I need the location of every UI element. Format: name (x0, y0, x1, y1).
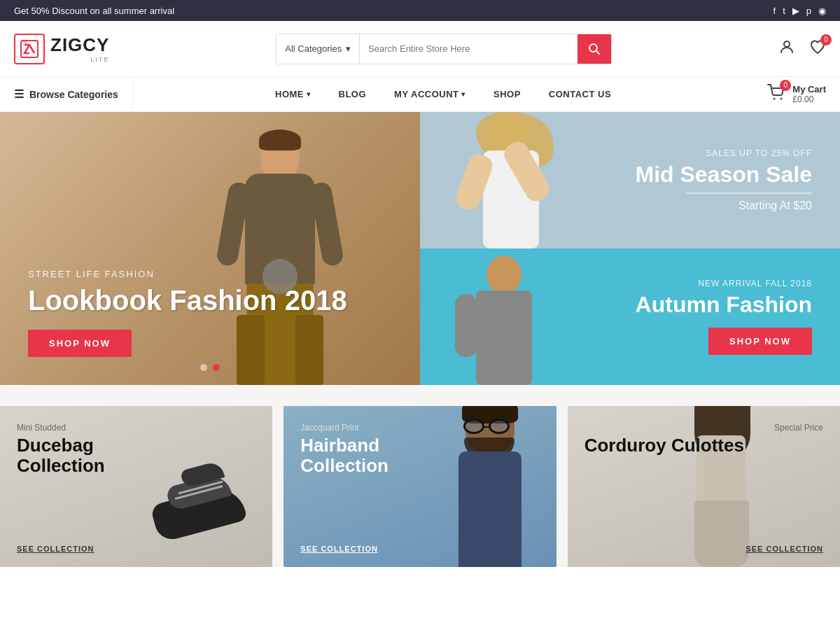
hamburger-icon: ☰ (14, 88, 24, 101)
logo-sub: LITE (50, 56, 109, 63)
pinterest-icon[interactable]: p (806, 6, 811, 16)
announcement-text: Get 50% Discount on all summer arrival (14, 6, 174, 16)
hero-subtitle: STREET LIFE FASHION (28, 269, 347, 279)
svg-point-6 (780, 97, 783, 99)
nav-blog[interactable]: BLOG (325, 77, 381, 111)
card-1-content: Mini Studded DucebagCollection (0, 406, 272, 495)
svg-line-3 (596, 50, 600, 54)
nav-links: HOME ▾ BLOG MY ACCOUNT ▾ SHOP CONTACT US (133, 77, 753, 111)
hero-top-right-content: SALES UP TO 25% OFF Mid Season Sale Star… (635, 148, 812, 212)
svg-point-4 (784, 41, 790, 47)
hero-left: STREET LIFE FASHION Lookbook Fashion 201… (0, 112, 420, 385)
navigation: ☰ Browse Categories HOME ▾ BLOG MY ACCOU… (0, 77, 840, 112)
instagram-icon[interactable]: ◉ (818, 6, 826, 16)
search-bar: All Categories ▾ (276, 34, 612, 64)
nav-my-account[interactable]: MY ACCOUNT ▾ (380, 77, 479, 111)
user-icon[interactable] (778, 38, 795, 59)
card-2-sub: Jaccquard Print (300, 423, 539, 433)
card-2-content: Jaccquard Print HairbandCollection (284, 406, 556, 495)
card-1-sub: Mini Studded (17, 423, 255, 433)
search-button[interactable] (578, 34, 611, 64)
card-1-see-collection[interactable]: SEE COLLECTION (17, 545, 94, 553)
cart-nav[interactable]: 0 My Cart £0.00 (753, 84, 840, 105)
divider (686, 192, 812, 194)
hero-title: Lookbook Fashion 2018 (28, 285, 347, 316)
woman-figure (427, 112, 602, 248)
sale-tag: SALES UP TO 25% OFF (635, 148, 812, 158)
starting-at: Starting At $20 (635, 200, 812, 212)
autumn-person-figure (427, 248, 581, 385)
account-chevron: ▾ (461, 90, 465, 98)
youtube-icon[interactable]: ▶ (792, 6, 799, 16)
wishlist-icon[interactable]: 0 (809, 38, 826, 59)
products-section: Mini Studded DucebagCollection SEE COLLE… (0, 385, 840, 567)
nav-home[interactable]: HOME ▾ (261, 77, 325, 111)
svg-point-5 (774, 97, 776, 99)
hero-left-content: STREET LIFE FASHION Lookbook Fashion 201… (28, 269, 347, 357)
cart-label: My Cart (792, 84, 826, 94)
cart-info: My Cart £0.00 (792, 84, 826, 104)
autumn-title: Autumn Fashion (636, 293, 812, 317)
logo-icon (14, 34, 45, 64)
product-card-1: Mini Studded DucebagCollection SEE COLLE… (0, 406, 272, 567)
header: ZIGCY LITE All Categories ▾ 0 (0, 21, 840, 77)
hero-right: SALES UP TO 25% OFF Mid Season Sale Star… (420, 112, 840, 385)
hero-shop-now-button[interactable]: SHOP NOW (28, 330, 132, 357)
new-arrival-tag: NEW ARRIVAL FALL 2018 (636, 279, 812, 288)
special-price-label: Special Price (584, 423, 823, 433)
dot-2[interactable] (213, 364, 220, 371)
header-icons: 0 (778, 38, 826, 59)
product-card-3: Special Price Corduroy Culottes SEE COLL… (568, 406, 840, 567)
autumn-shop-now-button[interactable]: SHOP NOW (708, 328, 812, 355)
card-3-title: Corduroy Culottes (584, 435, 823, 456)
dot-1[interactable] (200, 364, 207, 371)
social-links: f t ▶ p ◉ (774, 6, 826, 16)
hero-bottom-right-content: NEW ARRIVAL FALL 2018 Autumn Fashion SHO… (636, 279, 812, 354)
card-2-see-collection[interactable]: SEE COLLECTION (300, 545, 378, 553)
cart-price: £0.00 (792, 94, 826, 104)
chevron-down-icon: ▾ (346, 43, 351, 54)
facebook-icon[interactable]: f (774, 6, 776, 16)
nav-shop[interactable]: SHOP (479, 77, 535, 111)
home-chevron: ▾ (307, 90, 311, 98)
hero-section: STREET LIFE FASHION Lookbook Fashion 201… (0, 112, 840, 385)
card-3-content: Special Price Corduroy Culottes (568, 406, 840, 475)
cart-icon: 0 (767, 84, 785, 105)
nav-contact[interactable]: CONTACT US (535, 77, 625, 111)
twitter-icon[interactable]: t (783, 6, 785, 16)
card-2-title: HairbandCollection (300, 435, 539, 475)
card-3-see-collection[interactable]: SEE COLLECTION (746, 545, 823, 553)
category-dropdown[interactable]: All Categories ▾ (276, 34, 360, 64)
logo[interactable]: ZIGCY LITE (14, 34, 109, 64)
product-card-2: Jaccquard Print HairbandCollection SEE C… (284, 406, 556, 567)
slider-dots (200, 364, 220, 371)
svg-rect-1 (23, 41, 27, 44)
wishlist-badge: 0 (820, 34, 832, 46)
card-1-title: DucebagCollection (17, 435, 255, 475)
browse-categories[interactable]: ☰ Browse Categories (0, 77, 133, 111)
search-input[interactable] (360, 34, 578, 64)
browse-label: Browse Categories (29, 89, 118, 100)
category-label: All Categories (285, 43, 342, 54)
mid-season-title: Mid Season Sale (635, 162, 812, 187)
hero-bottom-right: NEW ARRIVAL FALL 2018 Autumn Fashion SHO… (420, 248, 840, 385)
hero-top-right: SALES UP TO 25% OFF Mid Season Sale Star… (420, 112, 840, 248)
cart-badge: 0 (780, 80, 791, 91)
logo-name: ZIGCY (50, 34, 109, 55)
top-bar: Get 50% Discount on all summer arrival f… (0, 0, 840, 21)
